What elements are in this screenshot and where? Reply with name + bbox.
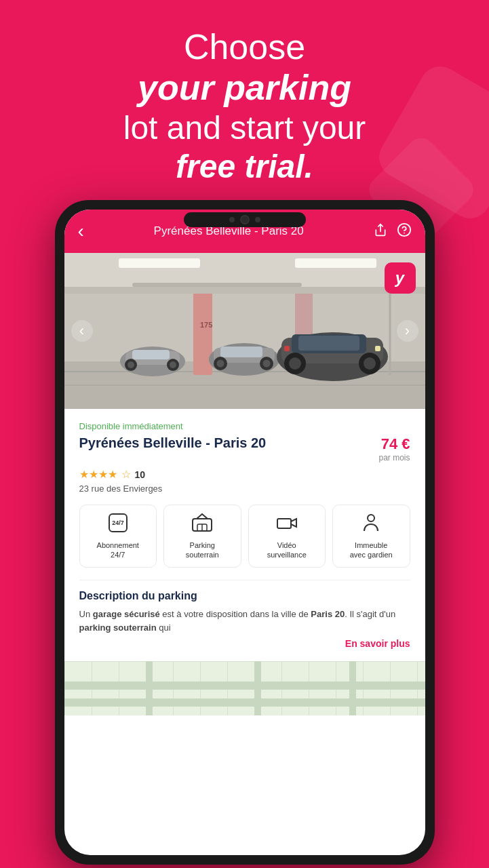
svg-text:24/7: 24/7 <box>112 519 124 526</box>
feature-247: 24/7 Abonnement24/7 <box>79 505 157 568</box>
description-section: Description du parking Un garage sécuris… <box>79 580 410 650</box>
image-prev-button[interactable]: ‹ <box>71 320 93 342</box>
phone-screen: ‹ Pyrénées Belleville - Paris 20 <box>64 210 425 855</box>
map-road-h1 <box>64 682 425 690</box>
phone-shell: ‹ Pyrénées Belleville - Paris 20 <box>55 200 435 865</box>
rating-row: ★★★★☆ 10 <box>79 468 410 481</box>
guardian-icon <box>360 512 382 536</box>
svg-point-20 <box>128 361 134 368</box>
feature-video-label: Vidéosurveillance <box>267 540 307 560</box>
address: 23 rue des Envierges <box>79 484 410 494</box>
svg-rect-15 <box>132 283 302 287</box>
hero-line4: free trial. <box>41 147 448 186</box>
camera-icon <box>276 512 298 536</box>
star-half: ☆ <box>121 468 131 481</box>
svg-point-27 <box>216 360 224 368</box>
help-icon[interactable] <box>397 222 412 241</box>
listing-name: Pyrénées Belleville - Paris 20 <box>79 435 379 451</box>
hero-line3: lot and start your <box>41 108 448 148</box>
svg-rect-33 <box>298 336 359 351</box>
hero-line1: Choose <box>41 27 448 68</box>
feature-video: Vidéosurveillance <box>248 505 326 568</box>
content-area: Disponible immédiatement Pyrénées Bellev… <box>64 409 425 661</box>
phone-dot <box>229 217 235 222</box>
svg-rect-5 <box>119 258 200 268</box>
back-button[interactable]: ‹ <box>78 220 84 242</box>
svg-point-47 <box>368 515 374 521</box>
header-actions <box>374 222 412 241</box>
listing-header: Pyrénées Belleville - Paris 20 74 € par … <box>79 435 410 462</box>
hero-line2: your parking <box>41 68 448 108</box>
map-road-h2 <box>64 698 425 707</box>
phone-camera <box>240 215 250 224</box>
read-more-button[interactable]: En savoir plus <box>79 638 410 649</box>
price-label: par mois <box>378 453 410 462</box>
svg-rect-14 <box>64 287 425 294</box>
map-road-v3 <box>349 661 356 715</box>
feature-gardien-label: Immeubleavec gardien <box>350 540 393 560</box>
phone-mockup: ‹ Pyrénées Belleville - Paris 20 <box>55 200 435 865</box>
stars: ★★★★ <box>79 468 117 481</box>
description-title: Description du parking <box>79 590 410 602</box>
map-road-v1 <box>146 661 153 715</box>
features-row: 24/7 Abonnement24/7 <box>79 505 410 568</box>
rating-count: 10 <box>135 469 146 480</box>
svg-rect-35 <box>284 346 290 351</box>
247-icon: 24/7 <box>107 512 129 536</box>
price-amount: 74 € <box>381 435 410 452</box>
svg-rect-46 <box>277 519 291 528</box>
phone-dot2 <box>255 217 260 222</box>
hero-section: Choose your parking lot and start your f… <box>0 27 489 186</box>
svg-rect-34 <box>375 346 380 351</box>
svg-point-29 <box>262 360 270 368</box>
svg-rect-6 <box>295 258 376 268</box>
map-area[interactable] <box>64 661 425 715</box>
svg-point-22 <box>170 361 176 368</box>
description-text: Un garage sécurisé est à votre dispositi… <box>79 608 410 636</box>
feature-souterrain: Parkingsouterrain <box>163 505 241 568</box>
phone-notch <box>184 212 306 227</box>
underground-icon <box>191 512 213 536</box>
map-road-v2 <box>254 661 261 715</box>
available-badge: Disponible immédiatement <box>79 421 410 431</box>
svg-text:175: 175 <box>200 321 212 329</box>
share-icon[interactable] <box>374 223 387 240</box>
svg-rect-18 <box>132 350 170 359</box>
svg-point-39 <box>364 357 376 370</box>
feature-247-label: Abonnement24/7 <box>97 540 139 560</box>
feature-gardien: Immeubleavec gardien <box>332 505 410 568</box>
price-block: 74 € par mois <box>378 435 410 462</box>
image-next-button[interactable]: › <box>397 320 418 342</box>
parking-image: 175 <box>64 253 425 409</box>
svg-point-37 <box>289 357 301 370</box>
feature-souterrain-label: Parkingsouterrain <box>186 540 219 560</box>
svg-rect-25 <box>220 347 262 357</box>
yespark-logo: y <box>385 262 416 294</box>
